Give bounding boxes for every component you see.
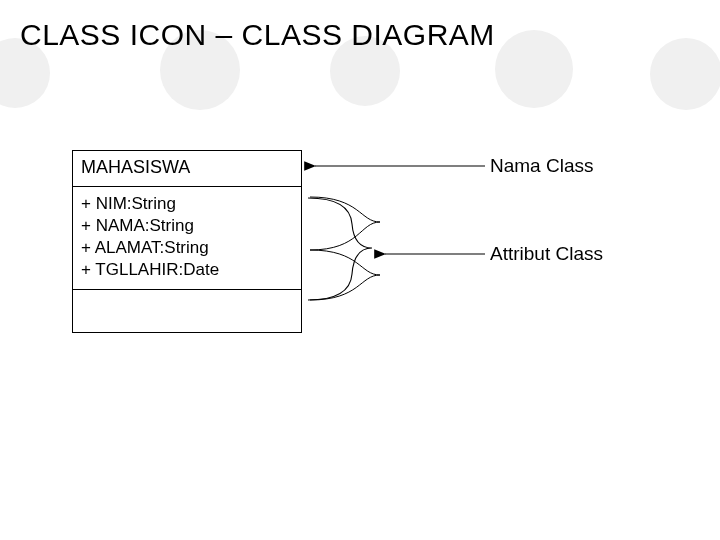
uml-operation-compartment: [73, 290, 301, 332]
label-class-name: Nama Class: [490, 155, 593, 177]
decor-circle: [650, 38, 720, 110]
uml-attribute: + TGLLAHIR:Date: [81, 259, 293, 281]
uml-class-name: MAHASISWA: [81, 157, 190, 177]
decor-circle: [495, 30, 573, 108]
uml-attribute: + NAMA:String: [81, 215, 293, 237]
brace-attributes: [310, 197, 380, 300]
brace-attributes-curve: [308, 198, 372, 300]
uml-attribute: + NIM:String: [81, 193, 293, 215]
uml-attribute: + ALAMAT:String: [81, 237, 293, 259]
page-title: CLASS ICON – CLASS DIAGRAM: [20, 18, 495, 52]
uml-class-box: MAHASISWA + NIM:String+ NAMA:String+ ALA…: [72, 150, 302, 333]
uml-attribute-compartment: + NIM:String+ NAMA:String+ ALAMAT:String…: [73, 187, 301, 290]
uml-class-name-compartment: MAHASISWA: [73, 151, 301, 187]
label-attribute: Attribut Class: [490, 243, 603, 265]
